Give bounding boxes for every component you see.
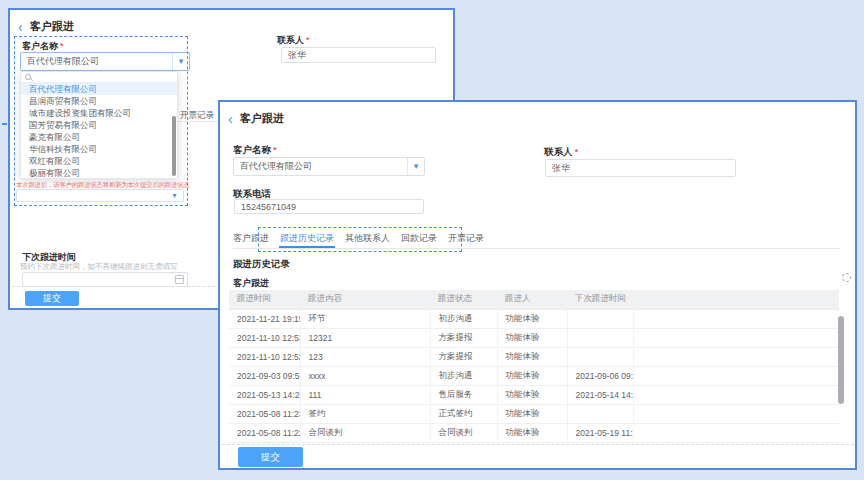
table-cell: 12321 (300, 328, 430, 347)
dropdown-scrollbar[interactable] (172, 116, 176, 176)
tab-bar: 客户跟进跟进历史记录其他联系人回款记录开票记录 (232, 232, 485, 248)
tab-2[interactable]: 其他联系人 (344, 232, 391, 248)
required-asterisk: * (575, 146, 579, 157)
next-followup-hint: 预约下次跟进时间，如不再继续跟进则无需填写 (20, 262, 178, 272)
table-cell: 2021-11-21 19:15:44 (229, 309, 300, 328)
table-cell: 合同谈判 (430, 423, 497, 442)
table-cell: 售后服务 (430, 385, 497, 404)
contact-input[interactable] (281, 47, 436, 63)
table-cell (633, 366, 839, 385)
calendar-icon[interactable] (175, 275, 184, 284)
submit-button[interactable]: 提交 (238, 447, 303, 467)
table-cell: 功能体验 (497, 328, 567, 347)
table-cell (633, 309, 839, 328)
table-cell: 2021-05-14 14:26:25 (567, 385, 633, 404)
table-cell: 初步沟通 (430, 366, 497, 385)
table-row: 2021-05-08 11:22:38合同谈判合同谈判功能体验2021-05-1… (229, 423, 839, 442)
table-cell: 2021-11-10 12:53:27 (229, 328, 300, 347)
back-chevron-icon[interactable]: ‹ (228, 114, 233, 124)
customer-name-select-value: 百代代理有限公司 (234, 160, 407, 173)
dropdown-option[interactable]: 双红有限公司 (21, 155, 177, 167)
contact-label: 联系人* (544, 146, 578, 159)
caret-down-icon[interactable]: ▾ (407, 158, 424, 175)
section-title: 跟进历史记录 (233, 258, 290, 271)
table-cell: 2021-05-08 11:22:38 (229, 423, 300, 442)
customer-name-select[interactable]: 百代代理有限公司 ▾ (20, 52, 190, 71)
table-cell: 正式签约 (430, 404, 497, 423)
table-row: 2021-05-13 14:25:31111售后服务功能体验2021-05-14… (229, 385, 839, 404)
tab-1[interactable]: 跟进历史记录 (279, 232, 335, 248)
phone-input[interactable] (234, 199, 424, 214)
next-followup-date-input[interactable] (23, 273, 175, 286)
table-cell (567, 309, 633, 328)
table-row: 2021-05-08 11:23:56签约正式签约功能体验 (229, 404, 839, 423)
dropdown-option[interactable]: 华信科技有限公司 (21, 143, 177, 155)
table-row: 2021-11-10 12:52:27123方案提报功能体验 (229, 347, 839, 366)
dropdown-option[interactable]: 昌润商贸有限公司 (21, 95, 177, 107)
table-row: 2021-11-10 12:53:2712321方案提报功能体验 (229, 328, 839, 347)
submit-button[interactable]: 提交 (25, 291, 79, 306)
table-header-row: 跟进时间跟进内容跟进状态跟进人下次跟进时间 (229, 290, 839, 309)
contact-label: 联系人* (277, 34, 310, 47)
dropdown-option[interactable]: 城市建设投资集团有限公司 (21, 107, 177, 119)
table-cell: 签约 (300, 404, 430, 423)
back-chevron-icon[interactable]: ‹ (18, 22, 23, 32)
dropdown-search-input[interactable] (34, 73, 177, 82)
table-caption: 客户跟进 (233, 277, 269, 290)
dropdown-option[interactable]: 极丽有限公司 (21, 167, 177, 179)
panel-header: ‹ 客户跟进 (228, 111, 284, 126)
refresh-icon[interactable] (842, 273, 851, 282)
followup-status-select[interactable]: ▾ (16, 189, 184, 202)
page-title: 客户跟进 (30, 19, 74, 34)
tab-0[interactable]: 客户跟进 (232, 232, 270, 248)
table-cell: 2021-05-08 11:23:56 (229, 404, 300, 423)
table-cell: 功能体验 (497, 366, 567, 385)
table-header-cell: 跟进内容 (300, 290, 430, 309)
table-cell: 功能体验 (497, 309, 567, 328)
table-cell: 2021-05-13 14:25:31 (229, 385, 300, 404)
table-cell: 2021-09-06 09:57:25 (567, 366, 633, 385)
footer-divider (222, 444, 854, 445)
table-cell (567, 404, 633, 423)
table-cell: 环节 (300, 309, 430, 328)
tab-3[interactable]: 回款记录 (400, 232, 438, 248)
panel-header: ‹ 客户跟进 (18, 19, 74, 34)
table-cell (633, 328, 839, 347)
dropdown-option[interactable]: 国芳贸易有限公司 (21, 119, 177, 131)
table-cell: 合同谈判 (300, 423, 430, 442)
table-row: 2021-09-03 09:56:19xxxx初步沟通功能体验2021-09-0… (229, 366, 839, 385)
table-cell: 方案提报 (430, 347, 497, 366)
dropdown-search-row (21, 72, 177, 83)
contact-input[interactable] (545, 159, 736, 177)
table-cell: 初步沟通 (430, 309, 497, 328)
table-scrollbar[interactable] (838, 316, 844, 404)
table-cell: 功能体验 (497, 347, 567, 366)
required-asterisk: * (273, 144, 277, 155)
table-header-cell (633, 290, 839, 309)
table-cell (633, 385, 839, 404)
table-cell: 111 (300, 385, 430, 404)
required-asterisk: * (306, 35, 310, 45)
table-cell (633, 423, 839, 442)
history-table: 跟进时间跟进内容跟进状态跟进人下次跟进时间 2021-11-21 19:15:4… (229, 290, 839, 443)
table-cell: 功能体验 (497, 404, 567, 423)
dropdown-option[interactable]: 豪克有限公司 (21, 131, 177, 143)
table-row: 2021-11-21 19:15:44环节初步沟通功能体验 (229, 309, 839, 328)
table-cell: 2021-05-19 11:23:51 (567, 423, 633, 442)
page-title: 客户跟进 (240, 111, 284, 126)
table-cell (567, 347, 633, 366)
caret-down-icon[interactable]: ▾ (172, 53, 189, 70)
table-cell (633, 404, 839, 423)
dropdown-option-list: 百代代理有限公司昌润商贸有限公司城市建设投资集团有限公司国芳贸易有限公司豪克有限… (21, 83, 177, 179)
tab-4[interactable]: 开票记录 (447, 232, 485, 248)
required-asterisk: * (60, 41, 64, 51)
caret-down-icon[interactable]: ▾ (166, 190, 183, 201)
history-table-container: 跟进时间跟进内容跟进状态跟进人下次跟进时间 2021-11-21 19:15:4… (229, 290, 845, 443)
next-followup-date-field[interactable] (22, 272, 188, 287)
collapse-dash-icon (2, 123, 7, 125)
table-cell: 功能体验 (497, 385, 567, 404)
table-cell (567, 328, 633, 347)
dropdown-option[interactable]: 百代代理有限公司 (21, 83, 177, 95)
customer-name-select[interactable]: 百代代理有限公司 ▾ (233, 157, 425, 176)
table-cell: 方案提报 (430, 328, 497, 347)
